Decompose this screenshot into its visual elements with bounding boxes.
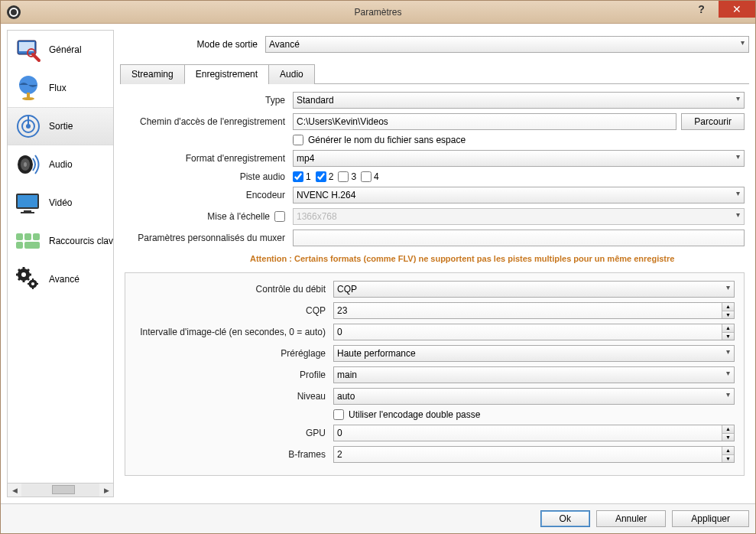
close-button[interactable]: ✕ <box>719 1 755 18</box>
stream-icon <box>14 73 43 103</box>
spin-down-icon[interactable]: ▼ <box>722 311 734 319</box>
cqp-input[interactable] <box>333 302 735 319</box>
sidebar-item-label: Avancé <box>49 274 79 285</box>
general-icon <box>14 35 43 64</box>
browse-button[interactable]: Parcourir <box>681 113 745 130</box>
window-title: Paramètres <box>1 7 755 18</box>
svg-line-29 <box>18 269 20 271</box>
output-mode-select[interactable]: Avancé <box>265 36 749 53</box>
cqp-label: CQP <box>135 305 326 316</box>
spin-down-icon[interactable]: ▼ <box>722 333 734 340</box>
spin-down-icon[interactable]: ▼ <box>722 455 734 463</box>
track-2-checkbox[interactable] <box>316 171 326 182</box>
sidebar-item-label: Sortie <box>49 121 73 132</box>
twopass-label: Utiliser l'encodage double passe <box>349 409 480 420</box>
svg-rect-22 <box>24 242 40 249</box>
scroll-left-icon[interactable]: ◀ <box>8 484 21 497</box>
level-select[interactable]: auto <box>333 388 735 405</box>
spin-up-icon[interactable]: ▲ <box>722 303 734 311</box>
sidebar-item-label: Général <box>49 44 82 55</box>
svg-rect-19 <box>24 233 31 240</box>
rescale-checkbox[interactable] <box>274 211 285 222</box>
format-warning: Attention : Certains formats (comme FLV)… <box>120 251 749 269</box>
encoder-settings-group: Contrôle du débit CQP CQP ▲▼ Intervalle … <box>125 272 745 476</box>
output-mode-label: Mode de sortie <box>120 39 258 50</box>
rate-control-label: Contrôle du débit <box>135 284 326 295</box>
sidebar-item-audio[interactable]: Audio <box>8 145 113 184</box>
encoder-label: Encodeur <box>125 190 285 200</box>
track-3-checkbox[interactable] <box>338 171 349 182</box>
bframes-label: B-frames <box>135 449 326 460</box>
type-select[interactable]: Standard <box>293 92 745 109</box>
sidebar-item-hotkeys[interactable]: Raccourcis clavier <box>8 222 113 260</box>
sidebar-item-label: Raccourcis clavier <box>49 236 113 246</box>
track-1-checkbox[interactable] <box>293 171 303 182</box>
rec-path-input[interactable] <box>293 113 677 130</box>
keyint-input[interactable] <box>333 324 735 340</box>
svg-rect-1 <box>19 42 34 51</box>
svg-rect-20 <box>33 233 40 240</box>
profile-select[interactable]: main <box>333 366 735 383</box>
type-label: Type <box>125 95 285 106</box>
sidebar-item-general[interactable]: Général <box>8 31 113 69</box>
svg-line-32 <box>28 269 29 271</box>
rec-format-select[interactable]: mp4 <box>293 150 745 167</box>
scroll-thumb[interactable] <box>52 485 75 494</box>
sidebar-item-output[interactable]: Sortie <box>8 107 113 145</box>
scroll-track[interactable] <box>21 484 99 497</box>
sidebar-item-stream[interactable]: Flux <box>8 69 113 107</box>
svg-rect-17 <box>21 212 34 213</box>
dialog-footer: Ok Annuler Appliquer <box>1 503 755 533</box>
video-icon <box>14 188 43 217</box>
spin-down-icon[interactable]: ▼ <box>722 434 734 441</box>
svg-rect-16 <box>24 210 31 212</box>
sidebar-item-advanced[interactable]: Avancé <box>8 260 113 298</box>
rec-path-label: Chemin d'accès de l'enregistrement <box>125 116 285 127</box>
svg-point-13 <box>24 162 27 167</box>
apply-button[interactable]: Appliquer <box>672 510 749 527</box>
tab-audio[interactable]: Audio <box>268 64 315 84</box>
track-4-checkbox[interactable] <box>361 171 372 182</box>
tab-streaming[interactable]: Streaming <box>120 64 185 84</box>
keyint-label: Intervalle d'image-clé (en secondes, 0 =… <box>135 327 326 337</box>
audio-track-label: Piste audio <box>125 171 285 182</box>
sidebar-item-label: Flux <box>49 83 67 93</box>
rec-format-label: Format d'enregistrement <box>125 153 285 164</box>
encoder-select[interactable]: NVENC H.264 <box>293 187 745 204</box>
svg-line-30 <box>28 278 29 280</box>
scroll-right-icon[interactable]: ▶ <box>99 484 113 497</box>
sidebar-item-video[interactable]: Vidéo <box>8 184 113 222</box>
rate-control-select[interactable]: CQP <box>333 281 735 298</box>
svg-rect-18 <box>16 233 23 240</box>
muxer-input[interactable] <box>293 230 745 246</box>
muxer-label: Paramètres personnalisés du muxer <box>125 233 285 243</box>
svg-line-31 <box>18 278 20 280</box>
preset-select[interactable]: Haute performance <box>333 345 735 362</box>
gpu-input[interactable] <box>333 425 735 441</box>
cancel-button[interactable]: Annuler <box>596 510 666 527</box>
preset-label: Préréglage <box>135 348 326 359</box>
output-tabs: Streaming Enregistrement Audio <box>120 63 749 84</box>
spin-up-icon[interactable]: ▲ <box>722 447 734 455</box>
hotkeys-icon <box>14 226 43 256</box>
svg-point-6 <box>22 97 34 100</box>
profile-label: Profile <box>135 370 326 380</box>
sidebar-item-label: Vidéo <box>49 197 72 208</box>
titlebar: Paramètres ? ✕ <box>1 1 755 24</box>
svg-rect-21 <box>16 242 23 249</box>
help-button[interactable]: ? <box>684 1 719 18</box>
level-label: Niveau <box>135 391 326 402</box>
gen-filename-checkbox[interactable] <box>293 135 303 145</box>
twopass-checkbox[interactable] <box>333 409 344 420</box>
sidebar-item-label: Audio <box>49 159 73 170</box>
gen-filename-label: Générer le nom du fichier sans espace <box>308 135 466 145</box>
spin-up-icon[interactable]: ▲ <box>722 425 734 434</box>
ok-button[interactable]: Ok <box>540 510 590 527</box>
bframes-input[interactable] <box>333 446 735 463</box>
svg-point-24 <box>21 272 26 277</box>
sidebar-scrollbar[interactable]: ◀ ▶ <box>8 483 113 497</box>
tab-recording[interactable]: Enregistrement <box>184 64 269 84</box>
spin-up-icon[interactable]: ▲ <box>722 324 734 333</box>
sidebar: Général Flux Sortie <box>8 31 113 483</box>
svg-rect-15 <box>18 195 37 207</box>
